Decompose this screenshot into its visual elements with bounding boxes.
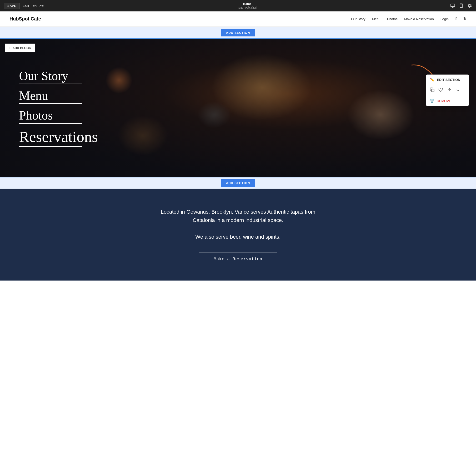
exit-button[interactable]: EXIT (23, 4, 30, 8)
favorite-button[interactable] (438, 87, 443, 93)
duplicate-button[interactable] (430, 87, 435, 93)
move-up-button[interactable] (447, 87, 452, 93)
settings-button[interactable] (467, 3, 472, 8)
add-block-label: ADD BLOCK (12, 46, 31, 50)
save-button[interactable]: SAVE (4, 3, 20, 9)
context-menu: ✏️ EDIT SECTION 🗑️ REMOVE (426, 74, 469, 106)
top-bar: SAVE EXIT Home Page · Published (0, 0, 476, 11)
hero-nav-photos[interactable]: Photos (19, 109, 98, 124)
desktop-view-button[interactable] (450, 3, 455, 8)
nav-menu[interactable]: Menu (372, 17, 381, 21)
mobile-view-button[interactable] (459, 3, 464, 8)
edit-icon: ✏️ (430, 77, 435, 82)
nav-make-reservation[interactable]: Make a Reservation (404, 17, 434, 21)
info-tagline: We also serve beer, wine and spirits. (10, 234, 466, 240)
svg-rect-1 (432, 89, 434, 92)
top-bar-left: SAVE EXIT (4, 3, 44, 9)
remove-label: REMOVE (437, 99, 451, 103)
hero-nav-reservations[interactable]: Reservations (19, 129, 98, 147)
redo-button[interactable] (39, 3, 44, 8)
add-section-top-bar: ADD SECTION (0, 27, 476, 39)
info-section: Located in Gowanus, Brooklyn, Vance serv… (0, 189, 476, 280)
remove-icon: 🗑️ (430, 99, 434, 103)
site-header: HubSpot Cafe Our Story Menu Photos Make … (0, 11, 476, 27)
plus-icon: + (9, 46, 11, 50)
site-nav: Our Story Menu Photos Make a Reservation… (351, 16, 466, 21)
hero-section: + ADD BLOCK Our Story Menu Photos Reserv… (0, 39, 476, 177)
hero-nav: Our Story Menu Photos Reservations (19, 69, 98, 147)
nav-our-story[interactable]: Our Story (351, 17, 365, 21)
add-block-button[interactable]: + ADD BLOCK (5, 44, 35, 52)
hero-nav-menu[interactable]: Menu (19, 89, 98, 104)
undo-redo-group (32, 3, 44, 8)
context-menu-icon-row (426, 85, 469, 96)
nav-photos[interactable]: Photos (387, 17, 398, 21)
hero-nav-our-story[interactable]: Our Story (19, 69, 98, 84)
site-logo: HubSpot Cafe (10, 16, 41, 22)
top-bar-center: Home Page · Published (238, 2, 257, 10)
edit-section-button[interactable]: ✏️ EDIT SECTION (426, 74, 469, 85)
make-reservation-button[interactable]: Make a Reservation (199, 252, 277, 266)
facebook-icon[interactable]: f (455, 16, 457, 21)
remove-section-button[interactable]: 🗑️ REMOVE (426, 96, 469, 106)
add-section-top-button[interactable]: ADD SECTION (221, 29, 255, 36)
twitter-icon[interactable]: 𝕏 (463, 17, 466, 21)
move-down-button[interactable] (456, 87, 460, 93)
info-description: Located in Gowanus, Brooklyn, Vance serv… (155, 208, 321, 224)
nav-login[interactable]: Login (441, 17, 449, 21)
top-bar-right (450, 3, 472, 8)
page-status: Page · Published (238, 6, 257, 10)
edit-section-label: EDIT SECTION (437, 78, 460, 82)
add-section-bottom-button[interactable]: ADD SECTION (221, 179, 255, 187)
add-section-bottom-bar: ADD SECTION (0, 177, 476, 189)
page-name: Home (238, 2, 257, 6)
undo-button[interactable] (32, 3, 37, 8)
